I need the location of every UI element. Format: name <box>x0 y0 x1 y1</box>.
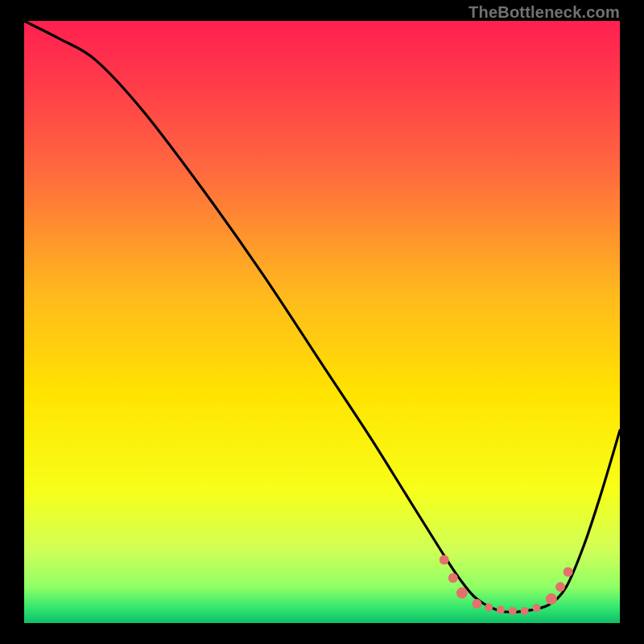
curve-marker <box>440 555 449 564</box>
curve-marker <box>448 573 458 583</box>
curve-marker <box>521 607 529 615</box>
curve-marker <box>456 588 468 599</box>
curve-marker <box>532 604 540 612</box>
curve-marker <box>509 607 517 615</box>
curve-marker <box>472 599 481 609</box>
chart-frame <box>24 21 620 623</box>
gradient-background <box>24 21 620 623</box>
curve-marker <box>546 593 557 605</box>
curve-marker <box>485 604 493 612</box>
curve-marker <box>497 606 505 614</box>
curve-marker <box>555 582 565 592</box>
watermark-text: TheBottleneck.com <box>469 3 620 22</box>
chart-svg <box>24 21 620 623</box>
curve-marker <box>564 567 573 576</box>
